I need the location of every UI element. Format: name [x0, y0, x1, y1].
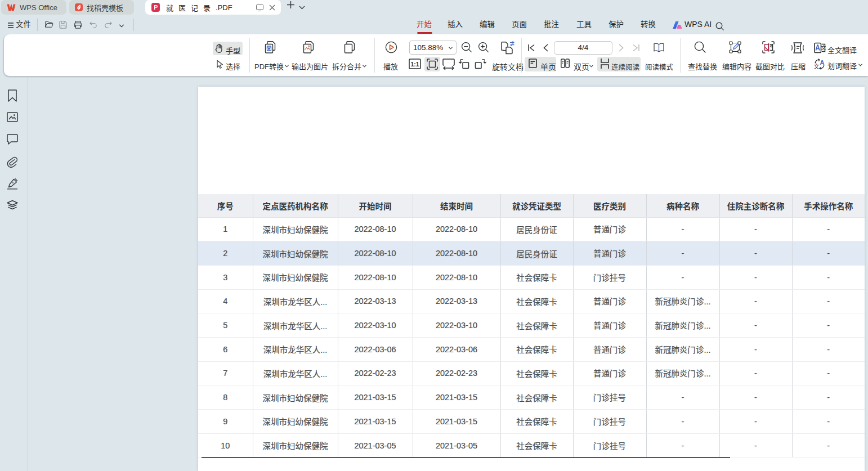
svg-text:文: 文 — [821, 43, 826, 51]
svg-text:文: 文 — [814, 62, 820, 70]
svg-text:A: A — [820, 59, 825, 66]
svg-text:1:1: 1:1 — [410, 61, 419, 68]
